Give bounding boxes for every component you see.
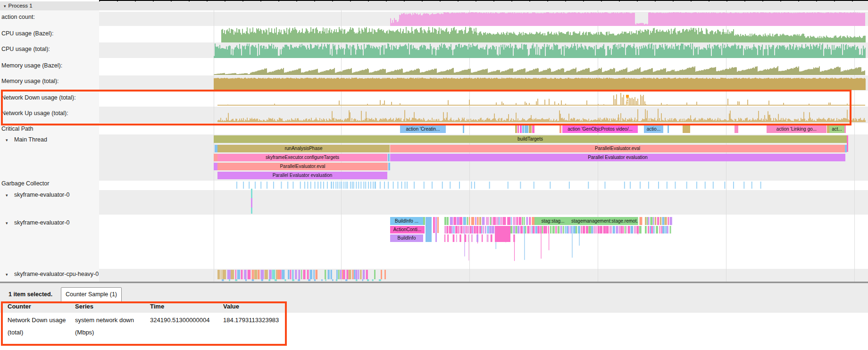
trace-slice[interactable]: ActionConti... (390, 226, 425, 233)
trace-slice[interactable]: ParallelEvaluator.eval (217, 163, 388, 170)
trace-slice[interactable]: ParallelEvaluator.eval (390, 145, 845, 152)
sidebar-item-cpu-usage-total[interactable]: CPU usage (total): (0, 45, 100, 53)
collapse-arrow-icon[interactable]: ▾ (0, 271, 14, 278)
trace-viewer-window: ▾Process 1 action count:CPU usage (Bazel… (0, 0, 868, 350)
sidebar-item-skyframe-evaluator-cpu-heavy-0[interactable]: ▾skyframe-evaluator-cpu-heavy-0 (0, 270, 98, 278)
trace-slice[interactable]: Parallel Evaluator evaluation (390, 154, 845, 161)
trace-slice[interactable]: skyframeExecutor.configureTargets (217, 154, 387, 161)
sidebar-item-skyframe-evaluator-0[interactable]: ▾skyframe-evaluator-0 (0, 191, 98, 199)
track-label: skyframe-evaluator-0 (14, 219, 69, 226)
process-title: Process 1 (8, 3, 33, 8)
sidebar-item-main-thread[interactable]: ▾Main Thread (0, 136, 98, 143)
sidebar-item-memory-usage-bazel[interactable]: Memory usage (Bazel): (0, 62, 100, 69)
trace-slice[interactable]: runAnalysisPhase (217, 145, 390, 152)
sidebar-item-garbage-collector[interactable]: Garbage Collector (0, 180, 100, 187)
trace-slice[interactable]: stagemanagement:stage.remot... (571, 217, 638, 225)
track-label: skyframe-evaluator-0 (14, 192, 69, 198)
track-label: Memory usage (Bazel): (1, 62, 62, 69)
track-label: CPU usage (Bazel): (1, 30, 53, 37)
trace-slice[interactable]: stag:stag... (534, 217, 571, 225)
tab-counter-sample[interactable]: Counter Sample (1) (61, 287, 122, 302)
collapse-arrow-icon[interactable]: ▾ (0, 136, 14, 144)
trace-slice[interactable]: BuildInfo (390, 234, 423, 242)
sidebar-item-skyframe-evaluator-0[interactable]: ▾skyframe-evaluator-0 (0, 219, 98, 226)
track-label: CPU usage (total): (1, 46, 50, 52)
sidebar-item-action-count[interactable]: action count: (0, 13, 100, 21)
collapse-arrow-icon[interactable]: ▾ (0, 219, 14, 227)
timeline-chart-area[interactable]: action 'Creatin...action 'GenObjcProtos … (99, 10, 868, 282)
trace-slice[interactable]: act... (829, 125, 844, 133)
track-label: skyframe-evaluator-cpu-heavy-0 (14, 271, 99, 277)
sidebar-item-memory-usage-total[interactable]: Memory usage (total): (0, 77, 100, 85)
track-label: Memory usage (total): (1, 78, 59, 84)
trace-slice[interactable]: action 'Creatin... (400, 125, 446, 133)
sidebar-item-cpu-usage-bazel[interactable]: CPU usage (Bazel): (0, 30, 100, 37)
track-label-sidebar: action count:CPU usage (Bazel):CPU usage… (0, 10, 100, 282)
sidebar-item-critical-path[interactable]: Critical Path (0, 125, 100, 133)
trace-slice[interactable]: action 'Linking go... (767, 125, 826, 133)
track-label: action count: (1, 14, 35, 20)
collapse-arrow-icon[interactable]: ▾ (4, 2, 6, 11)
track-label: Main Thread (14, 136, 47, 143)
track-label: Garbage Collector (1, 180, 49, 187)
selection-status: 1 item selected. (8, 288, 52, 301)
trace-slice[interactable]: buildTargets (214, 135, 847, 143)
trace-slice[interactable]: action 'GenObjcProtos video/... (562, 125, 638, 133)
counter-table-highlight-box (1, 301, 287, 346)
network-tracks-highlight-box (1, 90, 851, 125)
trace-slice[interactable]: Parallel Evaluator evaluation (217, 172, 387, 179)
process-header[interactable]: ▾Process 1 (0, 1, 868, 11)
trace-slice[interactable]: actio... (644, 125, 663, 133)
collapse-arrow-icon[interactable]: ▾ (0, 192, 14, 199)
track-label: Critical Path (1, 125, 33, 132)
trace-slice[interactable]: BuildInfo ... (390, 217, 423, 225)
